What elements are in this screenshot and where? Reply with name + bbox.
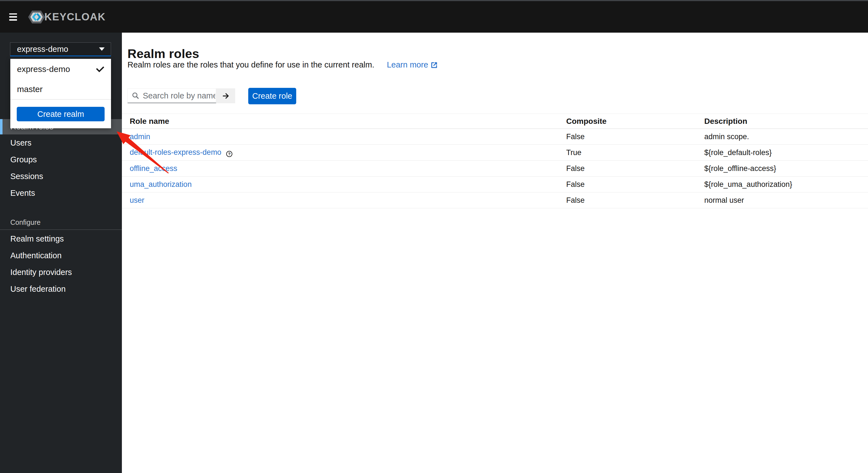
- search-box: [127, 88, 216, 103]
- composite-cell: True: [566, 145, 704, 161]
- realm-selector-toggle[interactable]: express-demo: [10, 42, 111, 56]
- composite-cell: False: [566, 177, 704, 192]
- table-header-row: Role name Composite Description: [122, 114, 868, 129]
- sidebar-item-label: Groups: [10, 155, 37, 164]
- caret-down-icon: [99, 48, 104, 51]
- description-cell: admin scope.: [704, 129, 868, 145]
- search-group: [127, 88, 235, 103]
- realm-option-master[interactable]: master: [10, 79, 111, 99]
- sidebar-divider: [0, 229, 122, 230]
- realm-selector-menu: express-demo master Create realm: [10, 59, 111, 128]
- table-row: offline_access False ${role_offline-acce…: [122, 161, 868, 177]
- realm-option-express-demo[interactable]: express-demo: [10, 59, 111, 79]
- sidebar-item-groups[interactable]: Groups: [0, 151, 122, 168]
- description-cell: normal user: [704, 192, 868, 208]
- sidebar-item-authentication[interactable]: Authentication: [0, 247, 122, 264]
- page-description: Realm roles are the roles that you defin…: [127, 60, 438, 69]
- column-header-description: Description: [704, 114, 868, 129]
- sidebar-item-realm-settings[interactable]: Realm settings: [0, 230, 122, 247]
- sidebar-item-users[interactable]: Users: [0, 134, 122, 151]
- learn-more-link[interactable]: Learn more: [387, 60, 438, 69]
- sidebar-item-label: Sessions: [10, 172, 43, 181]
- description-cell: ${role_offline-access}: [704, 161, 868, 177]
- table-row: admin False admin scope.: [122, 129, 868, 145]
- sidebar-item-label: Events: [10, 189, 35, 197]
- role-link-default-roles[interactable]: default-roles-express-demo: [130, 148, 221, 156]
- learn-more-label: Learn more: [387, 60, 428, 69]
- column-header-composite: Composite: [566, 114, 704, 129]
- nav-toggle-button[interactable]: [9, 13, 17, 21]
- sidebar-item-label: User federation: [10, 284, 66, 293]
- sidebar-item-label: Identity providers: [10, 268, 72, 277]
- arrow-right-icon: [221, 92, 230, 100]
- composite-cell: False: [566, 161, 704, 177]
- menu-footer: Create realm: [10, 100, 111, 128]
- search-input[interactable]: [143, 91, 215, 100]
- main-content: Realm roles Realm roles are the roles th…: [122, 33, 868, 473]
- keycloak-logo-icon: [28, 10, 45, 24]
- sidebar-item-sessions[interactable]: Sessions: [0, 168, 122, 185]
- role-link-uma-authorization[interactable]: uma_authorization: [130, 180, 192, 189]
- hamburger-icon: [9, 13, 17, 15]
- role-link-admin[interactable]: admin: [130, 132, 150, 141]
- sidebar-item-label: Users: [10, 138, 32, 147]
- description-cell: ${role_uma_authorization}: [704, 177, 868, 192]
- masthead: KEYCLOAK: [0, 1, 868, 33]
- realm-option-label: master: [17, 85, 43, 94]
- realm-roles-table: Role name Composite Description admin Fa…: [122, 114, 868, 208]
- hamburger-icon: [9, 16, 17, 18]
- current-realm-label: express-demo: [17, 44, 68, 54]
- search-icon: [132, 92, 140, 100]
- keycloak-logo-text: KEYCLOAK: [44, 11, 106, 23]
- table-row: uma_authorization False ${role_uma_autho…: [122, 177, 868, 192]
- page-title: Realm roles: [127, 46, 199, 61]
- sidebar-item-label: Authentication: [10, 251, 62, 260]
- table-row: user False normal user: [122, 192, 868, 208]
- hamburger-icon: [9, 19, 17, 21]
- keycloak-admin-console: KEYCLOAK express-demo Realm roles Users …: [0, 0, 868, 473]
- sidebar-item-identity-providers[interactable]: Identity providers: [0, 264, 122, 281]
- role-link-offline-access[interactable]: offline_access: [130, 164, 177, 172]
- sidebar-item-user-federation[interactable]: User federation: [0, 281, 122, 297]
- keycloak-logo: KEYCLOAK: [28, 10, 106, 24]
- question-circle-icon[interactable]: ?: [226, 151, 232, 157]
- check-icon: [96, 65, 104, 73]
- composite-cell: False: [566, 129, 704, 145]
- sidebar-section-configure: Configure: [0, 218, 122, 229]
- sidebar-item-label: Realm settings: [10, 234, 64, 243]
- table-row: default-roles-express-demo ? True ${role…: [122, 145, 868, 161]
- create-realm-button[interactable]: Create realm: [17, 107, 104, 121]
- description-cell: ${role_default-roles}: [704, 145, 868, 161]
- external-link-icon: [431, 61, 438, 69]
- page-description-text: Realm roles are the roles that you defin…: [127, 60, 374, 69]
- column-header-role-name: Role name: [122, 114, 566, 129]
- realm-option-label: express-demo: [17, 64, 70, 74]
- role-link-user[interactable]: user: [130, 196, 145, 204]
- sidebar-item-events[interactable]: Events: [0, 185, 122, 201]
- composite-cell: False: [566, 192, 704, 208]
- search-submit-button[interactable]: [216, 88, 235, 103]
- create-role-button[interactable]: Create role: [248, 88, 296, 104]
